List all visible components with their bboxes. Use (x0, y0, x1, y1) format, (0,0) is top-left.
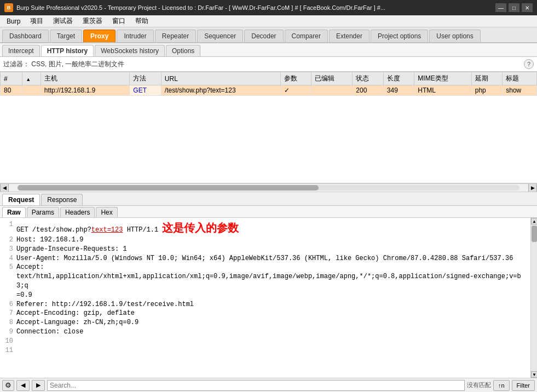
scroll-thumb[interactable] (18, 185, 319, 191)
menu-project[interactable]: 项目 (26, 15, 48, 27)
filter-help-button[interactable]: ? (524, 59, 534, 69)
line-num-3: 3 (3, 245, 13, 254)
back-button[interactable]: ◀ (16, 380, 30, 391)
minimize-button[interactable]: — (495, 3, 506, 12)
settings-button[interactable]: ⚙ (2, 380, 14, 391)
tab-repeater[interactable]: Repeater (155, 30, 196, 42)
cell-edited (311, 85, 353, 96)
line-num-6: 6 (3, 300, 13, 309)
forward-button[interactable]: ▶ (32, 380, 45, 391)
close-button[interactable]: ✕ (522, 3, 533, 12)
line-content-6: Referer: http://192.168.1.9/test/receive… (16, 300, 527, 309)
inner-tab-bar: Raw Params Headers Hex (0, 206, 537, 218)
filter-text[interactable]: 过滤器： CSS, 图片, 一般绝率二进制文件 (3, 60, 124, 69)
request-line-9: 9 Connection: close (3, 327, 527, 337)
filter-label: 过滤器： (3, 60, 30, 68)
tab-decoder[interactable]: Decoder (244, 30, 283, 42)
line-num-4: 4 (3, 254, 13, 263)
tab-proxy[interactable]: Proxy (83, 30, 116, 42)
menu-help[interactable]: 帮助 (131, 15, 153, 27)
tab-target[interactable]: Target (50, 30, 82, 42)
innertab-params[interactable]: Params (27, 207, 59, 217)
request-scroll: 1 GET /test/show.php?text=123 HTTP/1.1 这… (0, 218, 537, 378)
horizontal-scrollbar[interactable]: ◀ ▶ (0, 183, 537, 192)
scroll-track (18, 185, 519, 191)
up-n-button[interactable]: ↑n (493, 380, 510, 391)
cell-extension: php (471, 85, 503, 96)
innertab-hex[interactable]: Hex (96, 207, 117, 217)
tab-user-options[interactable]: User options (429, 30, 480, 42)
line-content-3: Upgrade-Insecure-Requests: 1 (16, 245, 527, 254)
col-sort[interactable] (22, 72, 41, 85)
line-num-2: 2 (3, 235, 13, 245)
line-content-7: Accept-Encoding: gzip, deflate (16, 309, 527, 318)
tab-request[interactable]: Request (2, 194, 40, 205)
v-scroll-track (531, 224, 537, 371)
tab-project-options[interactable]: Project options (371, 30, 428, 42)
request-text-area: 1 GET /test/show.php?text=123 HTTP/1.1 这… (0, 218, 530, 378)
innertab-raw[interactable]: Raw (2, 207, 26, 217)
request-line-3: 3 Upgrade-Insecure-Requests: 1 (3, 245, 527, 254)
menu-bar: Burp 项目 测试器 重茨器 窗口 帮助 (0, 15, 537, 27)
col-params[interactable]: 参数 (280, 72, 311, 85)
request-line-7: 7 Accept-Encoding: gzip, deflate (3, 309, 527, 318)
subtab-intercept[interactable]: Intercept (2, 45, 40, 56)
tab-sequencer[interactable]: Sequencer (197, 30, 243, 42)
line-content-10 (16, 337, 527, 346)
col-method[interactable]: 方法 (130, 72, 161, 85)
status-right: 没有匹配 ↑n Filter (467, 380, 535, 391)
highlighted-param: text=123 (91, 226, 123, 234)
cell-host: http://192.168.1.9 (41, 85, 130, 96)
menu-burp[interactable]: Burp (2, 16, 25, 26)
search-input[interactable] (47, 380, 465, 391)
col-url[interactable]: URL (161, 72, 280, 85)
line-num-11: 11 (3, 346, 13, 355)
cell-title: show (503, 85, 537, 96)
maximize-button[interactable]: □ (509, 3, 519, 12)
scroll-right-arrow[interactable]: ▶ (528, 183, 537, 192)
v-scroll-thumb[interactable] (532, 226, 537, 242)
cell-method: GET (130, 85, 161, 96)
window-title: Burp Suite Professional v2020.5 - Tempor… (16, 4, 385, 11)
title-bar-left: B Burp Suite Professional v2020.5 - Temp… (4, 3, 385, 12)
line-num-9: 9 (3, 327, 13, 337)
request-line-8: 8 Accept-Language: zh-CN,zh;q=0.9 (3, 318, 527, 327)
filter-button[interactable]: Filter (512, 380, 535, 391)
col-extension[interactable]: 延期 (471, 72, 503, 85)
tab-comparer[interactable]: Comparer (285, 30, 328, 42)
tab-response[interactable]: Response (41, 194, 83, 205)
line-content-11 (16, 346, 527, 355)
vertical-scrollbar[interactable]: ▲ ▼ (530, 218, 537, 378)
line-content-1: GET /test/show.php?text=123 HTTP/1.1 这是传… (16, 220, 527, 235)
subtab-options[interactable]: Options (166, 45, 200, 56)
col-mime[interactable]: MIME类型 (414, 72, 471, 85)
innertab-headers[interactable]: Headers (60, 207, 95, 217)
col-title[interactable]: 标题 (503, 72, 537, 85)
subtab-websockets-history[interactable]: WebSockets history (95, 45, 165, 56)
line-content-9: Connection: close (16, 327, 527, 337)
tab-intruder[interactable]: Intruder (117, 30, 153, 42)
scroll-up-arrow[interactable]: ▲ (531, 218, 537, 224)
menu-window[interactable]: 窗口 (108, 15, 130, 27)
col-host[interactable]: 主机 (41, 72, 130, 85)
col-edited[interactable]: 已编辑 (311, 72, 353, 85)
tab-extender[interactable]: Extender (329, 30, 369, 42)
line-num-8: 8 (3, 318, 13, 327)
subtab-http-history[interactable]: HTTP history (41, 45, 94, 56)
table-row[interactable]: 80 http://192.168.1.9 GET /test/show.php… (1, 85, 537, 96)
menu-tester[interactable]: 测试器 (49, 15, 77, 27)
scroll-left-arrow[interactable]: ◀ (0, 183, 9, 192)
scroll-down-arrow[interactable]: ▼ (531, 371, 537, 378)
cell-length: 349 (383, 85, 414, 96)
col-status[interactable]: 状态 (353, 72, 384, 85)
col-length[interactable]: 长度 (383, 72, 414, 85)
col-id[interactable]: # (1, 72, 22, 85)
req-res-tab-bar: Request Response (0, 192, 537, 206)
app-icon: B (4, 3, 13, 12)
bottom-panel: Request Response Raw Params Headers Hex … (0, 192, 537, 378)
request-line-4: 4 User-Agent: Mozilla/5.0 (Windows NT 10… (3, 254, 527, 263)
line-num-5b (3, 272, 13, 291)
menu-repeater[interactable]: 重茨器 (78, 15, 107, 27)
tab-dashboard[interactable]: Dashboard (2, 30, 49, 42)
line-content-4: User-Agent: Mozilla/5.0 (Windows NT 10.0… (16, 254, 527, 263)
